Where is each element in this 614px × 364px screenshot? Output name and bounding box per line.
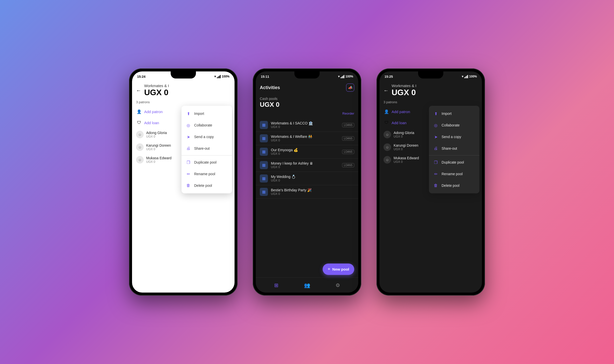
reorder-button[interactable]: Reorder: [342, 112, 354, 115]
dropdown-delete-3[interactable]: 🗑 Delete pool: [429, 180, 479, 191]
wifi-icon: ▾: [214, 75, 216, 78]
pool-item-1[interactable]: ▦ Workmates & I Welfare 🧑‍🤝‍🧑 UGX 0 LOAN…: [256, 132, 358, 145]
dropdown-send-copy-1[interactable]: ➤ Send a copy: [182, 131, 232, 143]
divider-1: [182, 155, 232, 155]
rename-label-3: Rename pool: [442, 172, 463, 176]
phone-2: 15:11 ▾ 100% Activities 📣 Cash pools: [253, 68, 361, 296]
notch-1: [171, 71, 196, 79]
pool-item-amount-1: UGX 0: [271, 139, 339, 142]
dropdown-overlay-3: ⬆ Import ◎ Collaborate ➤ Send a copy 🖨 S…: [379, 81, 482, 293]
fab-plus-icon: +: [328, 267, 330, 272]
phone-3: 15:25 ▾ 100% ← Workmates & I UGX 0: [376, 68, 485, 296]
import-icon-1: ⬆: [186, 111, 191, 116]
pool-icon-3: ▦: [260, 161, 268, 169]
dropdown-overlay-1: ⬆ Import ◎ Collaborate ➤ Send a copy 🖨 S…: [132, 81, 235, 293]
import-label-3: Import: [442, 112, 452, 116]
time-3: 15:25: [385, 75, 393, 79]
nav-group-icon[interactable]: 👥: [303, 282, 311, 289]
pool-icon-5: ▦: [260, 188, 268, 196]
pool-item-amount-0: UGX 0: [271, 125, 339, 129]
cash-pools-header: Cash pools UGX 0: [256, 95, 358, 110]
send-copy-label-3: Send a copy: [442, 135, 461, 139]
pool-list: ▦ Workmates & I SACCO 🏦 UGX 0 LOANS ▦ Wo…: [256, 117, 358, 200]
pool-badge-3: LOANS: [342, 163, 354, 167]
signal-icon-2: [341, 75, 344, 78]
duplicate-label-3: Duplicate pool: [442, 160, 464, 164]
pool-icon-0: ▦: [260, 121, 268, 129]
pool-item-info-2: Our Emyooga 💰 UGX 0: [271, 148, 339, 155]
nav-grid-icon[interactable]: ⊞: [273, 282, 280, 289]
collaborate-label-1: Collaborate: [194, 123, 212, 127]
pool-icon-1: ▦: [260, 134, 268, 142]
import-icon-3: ⬆: [433, 111, 439, 116]
bottom-nav-2: ⊞ 👥 ⚙: [256, 277, 358, 293]
pool-item-5[interactable]: ▦ Bestie's Birthday Party 🎉 UGX 0: [256, 185, 358, 199]
pool-item-2[interactable]: ▦ Our Emyooga 💰 UGX 0 LOANS: [256, 145, 358, 159]
import-label-1: Import: [194, 112, 204, 116]
share-out-label-1: Share-out: [194, 146, 210, 150]
pool-item-amount-4: UGX 0: [271, 179, 354, 182]
nav-settings-icon[interactable]: ⚙: [334, 282, 341, 289]
fab-label: New pool: [332, 267, 349, 271]
dropdown-duplicate-1[interactable]: ❐ Duplicate pool: [182, 157, 232, 168]
delete-label-3: Delete pool: [442, 184, 459, 188]
duplicate-icon-1: ❐: [186, 160, 191, 165]
dropdown-send-copy-3[interactable]: ➤ Send a copy: [429, 131, 479, 143]
cash-pools-amount: UGX 0: [260, 101, 354, 109]
send-copy-icon-1: ➤: [186, 134, 191, 140]
pool-item-info-4: My Wedding 💍 UGX 0: [271, 175, 354, 182]
pool-item-name-2: Our Emyooga 💰: [271, 148, 339, 152]
activities-megaphone-icon[interactable]: 📣: [346, 84, 354, 92]
pool-badge-2: LOANS: [342, 150, 354, 154]
pool-item-info-1: Workmates & I Welfare 🧑‍🤝‍🧑 UGX 0: [271, 135, 339, 142]
dropdown-delete-1[interactable]: 🗑 Delete pool: [182, 180, 232, 191]
pool-item-3[interactable]: ▦ Money I keep for Ashley 🖥 UGX 0 LOANS: [256, 159, 358, 172]
new-pool-fab[interactable]: + New pool: [323, 264, 354, 275]
cash-pools-title: Cash pools: [260, 97, 354, 101]
status-icons-2: ▾ 100%: [338, 75, 353, 78]
activities-header: Activities 📣: [256, 81, 358, 95]
share-out-icon-1: 🖨: [186, 146, 191, 151]
pool-item-0[interactable]: ▦ Workmates & I SACCO 🏦 UGX 0 LOANS: [256, 118, 358, 132]
send-copy-icon-3: ➤: [433, 134, 439, 140]
pool-item-name-4: My Wedding 💍: [271, 175, 354, 179]
dropdown-share-out-3[interactable]: 🖨 Share-out: [429, 143, 479, 154]
pool-item-4[interactable]: ▦ My Wedding 💍 UGX 0: [256, 172, 358, 185]
divider-3: [429, 155, 479, 155]
delete-icon-3: 🗑: [433, 183, 439, 188]
screen-content-3: ← Workmates & I UGX 0 3 patrons 👤 Add pa…: [379, 81, 482, 293]
battery-1: 100%: [222, 75, 229, 78]
dropdown-share-out-1[interactable]: 🖨 Share-out: [182, 143, 232, 154]
dropdown-rename-3[interactable]: ✏ Rename pool: [429, 168, 479, 180]
time-2: 15:11: [261, 75, 269, 79]
wifi-icon-3: ▾: [462, 75, 463, 78]
pool-badge-1: LOANS: [342, 136, 354, 141]
rename-icon-3: ✏: [433, 171, 439, 177]
notch-3: [418, 71, 443, 79]
pool-item-amount-2: UGX 0: [271, 152, 339, 155]
dropdown-collaborate-3[interactable]: ◎ Collaborate: [429, 119, 479, 131]
pool-badge-0: LOANS: [342, 123, 354, 127]
dropdown-import-1[interactable]: ⬆ Import: [182, 108, 232, 119]
pool-item-name-3: Money I keep for Ashley 🖥: [271, 161, 339, 165]
pool-icon-2: ▦: [260, 148, 268, 156]
signal-icon-3: [464, 75, 468, 78]
status-icons-1: ▾ 100%: [214, 75, 229, 78]
pool-item-name-5: Bestie's Birthday Party 🎉: [271, 188, 354, 192]
dropdown-import-3[interactable]: ⬆ Import: [429, 108, 479, 119]
dropdown-rename-1[interactable]: ✏ Rename pool: [182, 168, 232, 180]
dropdown-collaborate-1[interactable]: ◎ Collaborate: [182, 119, 232, 131]
pool-item-info-0: Workmates & I SACCO 🏦 UGX 0: [271, 121, 339, 129]
duplicate-icon-3: ❐: [433, 160, 439, 165]
battery-3: 100%: [469, 75, 477, 78]
collaborate-icon-3: ◎: [433, 122, 439, 128]
wifi-icon-2: ▾: [338, 75, 340, 78]
duplicate-label-1: Duplicate pool: [194, 160, 217, 164]
pool-item-amount-5: UGX 0: [271, 192, 354, 196]
dropdown-menu-3: ⬆ Import ◎ Collaborate ➤ Send a copy 🖨 S…: [429, 106, 479, 193]
dropdown-duplicate-3[interactable]: ❐ Duplicate pool: [429, 157, 479, 168]
pool-list-header: Reorder: [256, 110, 358, 117]
signal-icon: [217, 75, 221, 78]
pool-item-info-5: Bestie's Birthday Party 🎉 UGX 0: [271, 188, 354, 196]
time-1: 15:24: [137, 75, 145, 79]
